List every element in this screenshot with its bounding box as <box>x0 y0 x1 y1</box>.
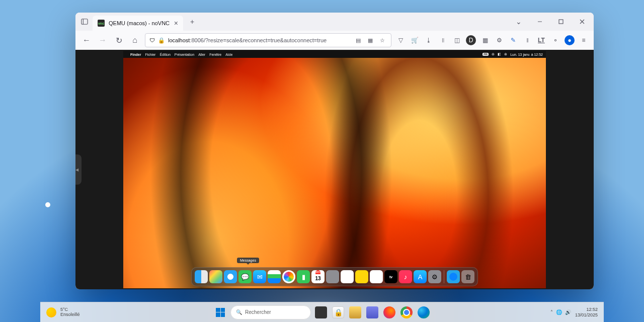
dock-contacts-icon[interactable] <box>326 270 339 283</box>
control-center-icon[interactable]: ◧ <box>498 52 501 56</box>
new-tab-button[interactable]: + <box>186 16 198 28</box>
sidebar-icon[interactable]: ◫ <box>452 35 462 45</box>
tab-close-icon[interactable]: × <box>174 19 178 27</box>
menu-aide[interactable]: Aide <box>225 53 232 56</box>
macos-wallpaper <box>123 58 546 288</box>
reader-mode-icon[interactable]: ▤ <box>354 36 363 45</box>
extension-grid-icon[interactable]: ▦ <box>480 35 490 45</box>
menu-fenetre[interactable]: Fenêtre <box>209 53 221 56</box>
extension-lt-icon[interactable]: LT <box>536 35 546 45</box>
menu-fichier[interactable]: Fichier <box>145 53 155 56</box>
dock-reminders-icon[interactable] <box>341 270 354 283</box>
home-button[interactable]: ⌂ <box>129 34 141 46</box>
calendar-day: 13 <box>315 274 320 283</box>
teams-icon[interactable] <box>365 305 379 319</box>
tray-chevron-icon[interactable]: ˄ <box>550 309 553 315</box>
dock-tv-icon[interactable]: tv <box>384 270 397 283</box>
menubar-datetime[interactable]: Lun. 13 janv. à 12:52 <box>510 53 543 56</box>
tab-title: QEMU (macos) - noVNC <box>109 20 170 26</box>
dock-calendar-icon[interactable]: JANV. 13 <box>311 270 325 283</box>
dock-messages-icon[interactable]: 💬 <box>238 270 252 283</box>
bookmark-star-icon[interactable]: ☆ <box>378 36 387 45</box>
close-button[interactable] <box>575 14 590 29</box>
menu-edition[interactable]: Édition <box>159 53 170 56</box>
eyedropper-icon[interactable]: ✎ <box>508 35 518 45</box>
windows-taskbar: 5°C Ensoleillé 🔍 Rechercher 🔒 ˄ 🌐 🔊 12:5… <box>40 302 604 322</box>
weather-widget[interactable]: 5°C Ensoleillé <box>46 307 80 317</box>
dock-downloads-icon[interactable] <box>447 270 460 283</box>
firefox-icon[interactable] <box>382 305 396 319</box>
start-button[interactable] <box>213 305 227 319</box>
library-icon[interactable]: ⫴ <box>438 35 448 45</box>
dock-launchpad-icon[interactable] <box>209 270 222 283</box>
browser-tab[interactable]: vnc QEMU (macos) - noVNC × <box>93 16 183 31</box>
vnc-viewport[interactable]: ◀ Finder Fichier Édition Présentation Al… <box>75 50 594 289</box>
svg-rect-3 <box>559 20 563 24</box>
minimize-button[interactable] <box>532 14 547 29</box>
toolbar-extensions: ▽ 🛒 ⭳ ⫴ ◫ D ▦ ⚙ ✎ ⦀ LT ⚬ ● ≡ <box>395 35 589 45</box>
novnc-control-handle[interactable]: ◀ <box>75 154 82 185</box>
grid-icon[interactable]: ▦ <box>366 36 375 45</box>
menu-aller[interactable]: Aller <box>198 53 205 56</box>
weather-condition: Ensoleillé <box>60 312 80 317</box>
dock-trash-icon[interactable]: 🗑 <box>461 270 474 283</box>
cart-icon[interactable]: 🛒 <box>410 35 420 45</box>
dock-freeform-icon[interactable] <box>370 270 383 283</box>
tray-network-icon[interactable]: 🌐 <box>556 309 562 315</box>
lock-icon[interactable]: 🔒 <box>158 37 165 44</box>
edge-icon[interactable] <box>417 305 431 319</box>
search-icon: 🔍 <box>236 309 242 315</box>
macos-menubar[interactable]: Finder Fichier Édition Présentation Alle… <box>123 51 546 58</box>
system-tray[interactable]: ˄ 🌐 🔊 <box>550 309 571 315</box>
app-menu-icon[interactable]: ≡ <box>579 35 589 45</box>
tab-strip: vnc QEMU (macos) - noVNC × + ⌄ <box>75 13 594 31</box>
file-explorer-icon[interactable] <box>348 305 362 319</box>
forward-button[interactable]: → <box>97 34 109 46</box>
menubar-app-name[interactable]: Finder <box>130 53 141 56</box>
extension-bars-icon[interactable]: ⦀ <box>522 35 532 45</box>
dock-appstore-icon[interactable]: A <box>414 270 427 283</box>
dock-mail-icon[interactable]: ✉ <box>253 270 266 283</box>
maximize-button[interactable] <box>553 14 569 29</box>
dock-tooltip: Messages <box>237 258 259 263</box>
downloads-icon[interactable]: ⭳ <box>424 35 434 45</box>
dock-notes-icon[interactable] <box>355 270 368 283</box>
pocket-icon[interactable]: ▽ <box>395 35 406 45</box>
chrome-icon[interactable] <box>399 305 414 319</box>
task-view-icon[interactable] <box>314 305 328 319</box>
taskbar-search[interactable]: 🔍 Rechercher <box>230 305 311 319</box>
taskbar-clock[interactable]: 12:52 13/01/2025 <box>575 307 598 318</box>
input-lang-indicator[interactable]: FR <box>482 53 489 56</box>
back-button[interactable]: ← <box>80 34 93 46</box>
address-bar[interactable]: 🛡 🔒 localhost:8006/?resize=scale&reconne… <box>145 33 391 47</box>
sun-icon <box>46 307 56 317</box>
extension-d-icon[interactable]: D <box>466 35 476 45</box>
dock-safari-icon[interactable] <box>224 270 237 283</box>
dock-finder-icon[interactable] <box>195 270 208 283</box>
taskbar-lock-icon[interactable]: 🔒 <box>331 305 345 319</box>
macos-screen[interactable]: Finder Fichier Édition Présentation Alle… <box>123 51 546 288</box>
wifi-icon[interactable]: ⊚ <box>504 52 507 56</box>
dock-facetime-icon[interactable]: ▮ <box>297 270 310 283</box>
dock-maps-icon[interactable] <box>268 270 281 283</box>
dock-settings-icon[interactable]: ⚙ <box>428 270 441 283</box>
extensions-puzzle-icon[interactable]: ⚬ <box>550 35 560 45</box>
vnc-favicon-icon: vnc <box>98 20 105 27</box>
tray-volume-icon[interactable]: 🔊 <box>565 309 571 315</box>
taskbar-date: 13/01/2025 <box>575 312 598 318</box>
dock-photos-icon[interactable] <box>282 270 295 283</box>
url-text: localhost:8006/?resize=scale&reconnect=t… <box>168 37 327 43</box>
svg-rect-0 <box>82 19 88 25</box>
reload-button[interactable]: ↻ <box>113 34 125 46</box>
account-icon[interactable]: ● <box>565 35 575 45</box>
shield-icon[interactable]: 🛡 <box>149 37 155 43</box>
spotlight-icon[interactable]: ⊜ <box>492 52 495 56</box>
sidebar-toggle-icon[interactable] <box>79 17 90 27</box>
tab-overflow-icon[interactable]: ⌄ <box>511 14 526 29</box>
nav-toolbar: ← → ↻ ⌂ 🛡 🔒 localhost:8006/?resize=scale… <box>75 31 594 50</box>
dock-music-icon[interactable]: ♪ <box>399 270 412 283</box>
firefox-window: vnc QEMU (macos) - noVNC × + ⌄ ← → ↻ ⌂ 🛡… <box>75 13 594 289</box>
menu-presentation[interactable]: Présentation <box>175 53 194 56</box>
decorative-dot <box>45 202 50 207</box>
extension-bug-icon[interactable]: ⚙ <box>494 35 504 45</box>
